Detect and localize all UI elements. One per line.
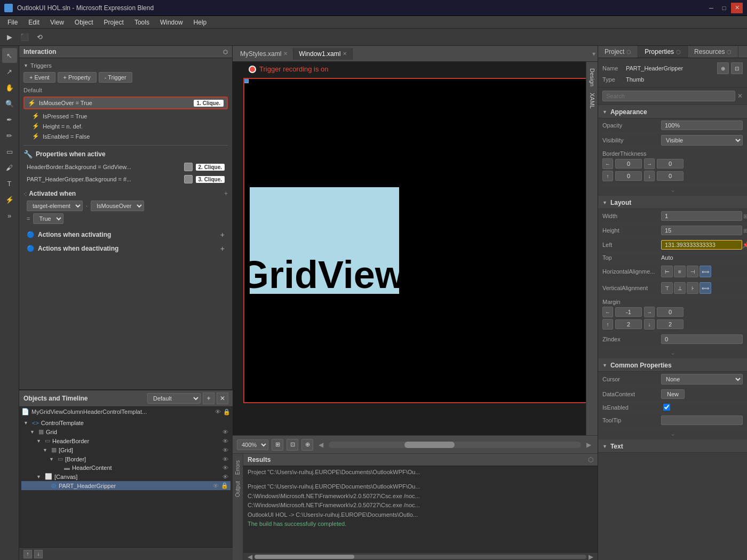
errors-tab[interactable]: Errors — [234, 457, 242, 478]
zoom-grid-btn[interactable]: ⊞ — [272, 439, 283, 451]
halign-stretch[interactable]: ⟺ — [700, 266, 711, 277]
tool-text[interactable]: T — [2, 176, 17, 191]
add-property-button[interactable]: + Property — [58, 72, 97, 83]
actions-deactivating-add[interactable]: + — [220, 244, 225, 253]
menu-project[interactable]: Project — [99, 18, 129, 27]
eye-gripper[interactable]: 👁 — [213, 483, 219, 489]
tool-pan[interactable]: ✋ — [2, 80, 17, 95]
left-input[interactable] — [661, 240, 742, 250]
search-clear-icon[interactable]: ✕ — [737, 92, 743, 100]
margin-left-arrow[interactable]: ← — [602, 307, 613, 317]
isenabled-checkbox[interactable] — [663, 404, 670, 411]
trigger-item-isenabled[interactable]: ⚡ IsEnabled = False — [23, 132, 228, 141]
margin-bottom-arrow[interactable]: ↓ — [644, 319, 655, 330]
tree-item-grid2[interactable]: ▼ ▦ [Grid] 👁 — [21, 445, 231, 454]
width-pin[interactable]: ⊞ — [743, 213, 747, 219]
toggle-headerborder[interactable]: ▼ — [36, 438, 43, 444]
toggle-controltemplate[interactable]: ▼ — [23, 420, 30, 426]
tree-lock-file[interactable]: 🔒 — [223, 409, 231, 415]
new-button[interactable]: New — [661, 389, 685, 399]
layout-section-header[interactable]: ▼ Layout — [598, 196, 747, 209]
nav-up[interactable]: ↑ — [23, 550, 32, 558]
tab-project[interactable]: Project ⬡ — [598, 46, 638, 58]
eye-canvas[interactable]: 👁 — [222, 474, 228, 480]
tool-asset[interactable]: ⚡ — [2, 192, 17, 207]
halign-right[interactable]: ⊣ — [687, 266, 698, 277]
menu-file[interactable]: File — [2, 18, 23, 27]
menu-object[interactable]: Object — [69, 18, 99, 27]
tree-item-border[interactable]: ▼ ▭ [Border] 👁 — [21, 454, 231, 463]
menu-edit[interactable]: Edit — [23, 18, 45, 27]
resources-tab-icon[interactable]: ⬡ — [727, 49, 732, 55]
target-element-select[interactable]: target-element — [27, 201, 83, 211]
tool-pen[interactable]: ✏ — [2, 128, 17, 143]
halign-center[interactable]: ≡ — [674, 266, 686, 277]
tree-filename-item[interactable]: 📄 MyGridViewColumnHeaderControlTemplat..… — [19, 407, 233, 417]
valign-center[interactable]: ⊥ — [674, 282, 686, 294]
tree-item-grid[interactable]: ▼ ▦ Grid 👁 — [21, 427, 231, 436]
width-input[interactable] — [661, 211, 742, 221]
appearance-section-header[interactable]: ▼ Appearance — [598, 105, 747, 118]
valign-stretch[interactable]: ⟺ — [700, 282, 711, 294]
trigger-item-ispressed[interactable]: ⚡ IsPressed = True — [23, 111, 228, 121]
true-select[interactable]: True — [33, 213, 63, 224]
zoom-snap-btn[interactable]: ⊕ — [301, 439, 313, 451]
tab-properties[interactable]: Properties ⬡ — [638, 46, 688, 58]
toolbar-btn-2[interactable]: ⬛ — [17, 30, 32, 45]
remove-trigger-button[interactable]: - Trigger — [99, 72, 132, 83]
valign-top[interactable]: ⊤ — [661, 282, 673, 294]
toggle-grid[interactable]: ▼ — [30, 429, 36, 435]
tree-item-canvas[interactable]: ▼ ⬜ [Canvas] 👁 — [21, 472, 231, 481]
bt-arrow-left[interactable]: ← — [602, 158, 613, 169]
tree-item-headerborder[interactable]: ▼ ▭ HeaderBorder 👁 — [21, 436, 231, 445]
bt-top-input[interactable] — [615, 171, 642, 181]
zoom-scrollbar[interactable] — [329, 442, 581, 448]
cursor-select[interactable]: None Arrow Hand — [661, 374, 743, 385]
tab-resources[interactable]: Resources ⬡ — [688, 46, 738, 58]
text-section-header[interactable]: ▼ Text — [598, 439, 747, 453]
visibility-select[interactable]: Visible Hidden Collapsed — [661, 135, 743, 146]
layout-chevron[interactable]: ⌄ — [598, 347, 747, 358]
tree-item-headercontent[interactable]: ▬ HeaderContent 👁 — [21, 463, 231, 472]
margin-top-input[interactable] — [615, 319, 642, 329]
objects-add-btn[interactable]: + — [203, 393, 214, 404]
height-pin[interactable]: ⊞ — [743, 228, 747, 234]
minimize-button[interactable]: ─ — [705, 3, 717, 13]
interaction-expand-icon[interactable]: ⬡ — [223, 49, 228, 55]
common-chevron[interactable]: ⌄ — [598, 428, 747, 439]
property-row-gripper[interactable]: PART_HeaderGripper.Background = #... 3. … — [23, 174, 228, 185]
properties-tab-icon[interactable]: ⬡ — [676, 49, 681, 55]
appearance-chevron[interactable]: ⌄ — [598, 184, 747, 196]
actions-activating-add[interactable]: + — [220, 230, 225, 239]
tool-eyedropper[interactable]: ✒ — [2, 112, 17, 127]
property-row-headerborder[interactable]: HeaderBorder.Background = GridView... 2.… — [23, 162, 228, 172]
menu-view[interactable]: View — [45, 18, 69, 27]
tab-window1-close[interactable]: ✕ — [343, 51, 347, 57]
canvas-content-box[interactable]: GridViewColu — [250, 187, 399, 294]
menu-tools[interactable]: Tools — [129, 18, 155, 27]
objects-state-select[interactable]: Default — [147, 393, 201, 404]
nav-down[interactable]: ↓ — [34, 550, 43, 558]
toggle-canvas[interactable]: ▼ — [36, 474, 43, 479]
eye-grid2[interactable]: 👁 — [222, 447, 228, 453]
margin-left-input[interactable] — [615, 307, 642, 317]
bt-bottom-input[interactable] — [657, 171, 684, 181]
property-swatch-1[interactable] — [184, 163, 193, 171]
toolbar-btn-3[interactable]: ⟲ — [32, 30, 47, 45]
tab-window1[interactable]: Window1.xaml ✕ — [293, 48, 353, 60]
bt-right-input[interactable] — [657, 159, 684, 169]
opacity-input[interactable] — [661, 121, 743, 130]
results-expand[interactable]: ⬡ — [588, 456, 593, 463]
zindex-input[interactable] — [661, 334, 743, 344]
bt-arrow-up[interactable]: ↑ — [602, 171, 613, 181]
close-button[interactable]: ✕ — [731, 3, 743, 13]
tree-item-controltemplate[interactable]: ▼ <> ControlTemplate — [21, 419, 231, 427]
eye-headercontent[interactable]: 👁 — [222, 465, 228, 471]
tool-paint[interactable]: 🖌 — [2, 160, 17, 175]
lock-gripper[interactable]: 🔒 — [221, 482, 228, 489]
margin-right-input[interactable] — [657, 307, 684, 317]
scroll-left[interactable]: ◀ — [316, 441, 325, 449]
halign-left[interactable]: ⊢ — [661, 266, 673, 277]
tool-zoom[interactable]: 🔍 — [2, 96, 17, 111]
trigger-item-height[interactable]: ⚡ Height = n. def. — [23, 122, 228, 131]
